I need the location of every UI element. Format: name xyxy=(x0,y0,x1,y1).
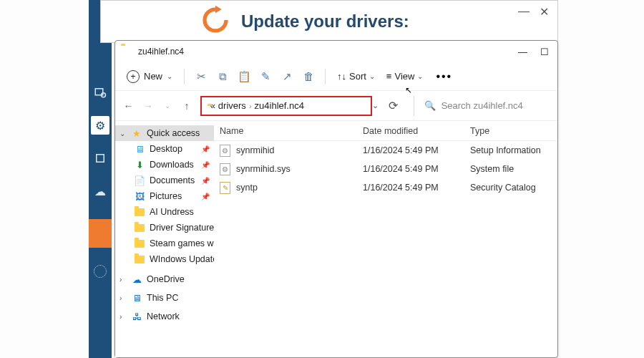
sidebar-icon-ring[interactable] xyxy=(91,262,109,281)
col-name[interactable]: Name xyxy=(214,126,357,136)
breadcrumb-parent[interactable]: drivers xyxy=(218,100,246,111)
chevron-down-icon: ⌄ xyxy=(369,72,375,80)
more-button[interactable]: ••• xyxy=(430,70,458,83)
back-button[interactable]: ← xyxy=(122,100,135,112)
breadcrumb-current[interactable]: zu4ihlef.nc4 xyxy=(255,100,304,111)
pin-icon: 📌 xyxy=(201,177,210,185)
file-size: 14 KB xyxy=(550,183,557,193)
nav-item[interactable]: AI Undress xyxy=(115,204,214,220)
up-button[interactable]: ↑ xyxy=(180,100,192,112)
forward-button[interactable]: → xyxy=(142,100,154,112)
driver-updater-title: Update your drivers: xyxy=(241,11,409,32)
table-row[interactable]: syntp1/16/2024 5:49 PMSecurity Catalog14… xyxy=(214,178,557,197)
folder-icon xyxy=(134,222,145,233)
nav-item[interactable]: WIndows Update Er xyxy=(115,251,214,267)
nav-quick-access[interactable]: ⌄ ★ Quick access xyxy=(115,125,214,141)
search-input[interactable] xyxy=(441,100,549,111)
file-size: 5 KB xyxy=(550,145,557,155)
folder-icon xyxy=(134,253,145,265)
close-icon[interactable]: ✕ xyxy=(540,5,549,19)
file-type: System file xyxy=(464,164,550,174)
nav-item[interactable]: Driver Signature En xyxy=(115,220,214,236)
documents-icon: 📄 xyxy=(134,175,145,186)
minimize-icon[interactable]: — xyxy=(518,5,530,19)
search-box[interactable]: 🔍 xyxy=(414,96,550,116)
address-bar[interactable]: « drivers › zu4ihlef.nc4 xyxy=(200,96,372,116)
chevron-down-icon: ⌄ xyxy=(119,130,127,137)
folder-icon xyxy=(134,238,145,249)
file-name: synrmihid.sys xyxy=(236,164,291,174)
breadcrumb-pre: « xyxy=(210,100,215,111)
sidebar-icon-gear[interactable]: ⚙ xyxy=(91,116,109,135)
app-sidebar: ⚙ ☁ xyxy=(89,0,112,358)
table-row[interactable]: synrmihid.sys1/16/2024 5:49 PMSystem fil… xyxy=(214,160,557,178)
pin-icon: 📌 xyxy=(201,145,210,153)
file-name: synrmihid xyxy=(236,145,275,155)
share-icon[interactable]: ↗ xyxy=(278,70,296,83)
delete-icon[interactable]: 🗑 xyxy=(299,70,318,82)
sidebar-icon-chip[interactable] xyxy=(91,149,109,168)
command-bar: + New ⌄ ✂ ⧉ 📋 ✎ ↗ 🗑 ↑↓ Sort ⌄ ≡ View ⌄ ↖… xyxy=(115,62,557,91)
nav-item[interactable]: 📄Documents📌 xyxy=(115,173,214,188)
sidebar-highlight xyxy=(89,219,112,248)
navigation-pane: ⌄ ★ Quick access 🖥Desktop📌 ⬇Downloads📌 📄… xyxy=(115,121,214,357)
sort-button[interactable]: ↑↓ Sort ⌄ xyxy=(333,71,379,82)
file-size: 55 KB xyxy=(550,164,557,174)
desktop-icon: 🖥 xyxy=(134,143,145,155)
plus-icon: + xyxy=(127,70,140,83)
maximize-button[interactable]: ☐ xyxy=(540,47,549,57)
driver-updater-window: Update your drivers: — ✕ xyxy=(100,0,558,43)
chevron-right-icon: › xyxy=(119,294,127,302)
chevron-down-icon: ⌄ xyxy=(167,72,172,80)
nav-network[interactable]: › 🖧 Network xyxy=(115,309,214,324)
recent-chevron-icon[interactable]: ⌄ xyxy=(161,102,173,110)
star-icon: ★ xyxy=(131,127,142,139)
view-button[interactable]: ≡ View ⌄ ↖ xyxy=(382,71,428,82)
table-row[interactable]: synrmihid1/16/2024 5:49 PMSetup Informat… xyxy=(214,141,557,160)
file-date: 1/16/2024 5:49 PM xyxy=(357,183,464,193)
rename-icon[interactable]: ✎ xyxy=(256,70,275,83)
cursor-icon: ↖ xyxy=(405,85,412,95)
window-title: zu4ihlef.nc4 xyxy=(138,47,184,57)
folder-icon xyxy=(121,46,132,57)
copy-icon[interactable]: ⧉ xyxy=(213,70,232,83)
pin-icon: 📌 xyxy=(201,161,210,169)
view-icon: ≡ xyxy=(386,71,392,82)
nav-onedrive[interactable]: › ☁ OneDrive xyxy=(115,271,214,287)
paste-icon[interactable]: 📋 xyxy=(235,70,253,83)
pc-icon: 🖥 xyxy=(131,292,142,304)
file-icon xyxy=(220,163,230,175)
col-size[interactable]: Size xyxy=(550,126,557,136)
download-icon: ⬇ xyxy=(134,159,145,170)
nav-this-pc[interactable]: › 🖥 This PC xyxy=(115,290,214,306)
search-icon: 🔍 xyxy=(424,100,436,111)
sidebar-icon-cloud[interactable]: ☁ xyxy=(91,182,109,200)
nav-item[interactable]: ⬇Downloads📌 xyxy=(115,157,214,173)
pictures-icon: 🖼 xyxy=(134,190,145,202)
chevron-right-icon: › xyxy=(249,102,252,110)
file-type: Security Catalog xyxy=(464,183,550,193)
refresh-button[interactable]: ⟳ xyxy=(389,99,398,112)
nav-item[interactable]: Steam games wont xyxy=(115,236,214,251)
file-name: syntp xyxy=(236,183,258,193)
minimize-button[interactable]: — xyxy=(518,47,527,57)
titlebar[interactable]: zu4ihlef.nc4 — ☐ xyxy=(115,41,557,62)
nav-item[interactable]: 🖥Desktop📌 xyxy=(115,141,214,157)
column-headers[interactable]: Name Date modified Type Size xyxy=(214,121,557,141)
address-chevron-icon[interactable]: ⌄ xyxy=(372,101,379,110)
sort-icon: ↑↓ xyxy=(337,71,346,82)
refresh-icon xyxy=(200,4,231,39)
chevron-right-icon: › xyxy=(119,276,127,284)
new-button[interactable]: + New ⌄ xyxy=(122,67,177,86)
file-date: 1/16/2024 5:49 PM xyxy=(357,145,464,155)
folder-icon xyxy=(134,206,145,218)
file-type: Setup Information xyxy=(464,145,550,155)
navigation-row: ← → ⌄ ↑ « drivers › zu4ihlef.nc4 ⌄ ⟳ 🔍 xyxy=(115,91,557,121)
file-icon xyxy=(220,182,230,194)
cut-icon[interactable]: ✂ xyxy=(192,70,210,83)
sidebar-icon-generic[interactable] xyxy=(91,83,109,102)
chevron-down-icon: ⌄ xyxy=(417,72,423,80)
col-type[interactable]: Type xyxy=(464,126,550,136)
nav-item[interactable]: 🖼Pictures📌 xyxy=(115,188,214,204)
col-date[interactable]: Date modified xyxy=(357,126,464,136)
